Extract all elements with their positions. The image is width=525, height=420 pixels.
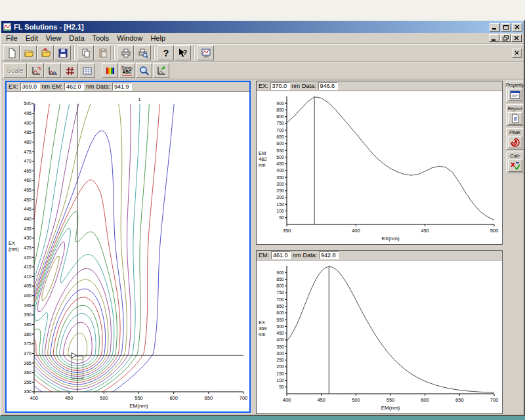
window-title: FL Solutions - [H2.1] bbox=[14, 23, 488, 31]
svg-text:430: 430 bbox=[24, 236, 32, 240]
menu-data[interactable]: Data bbox=[65, 33, 88, 43]
property-icon bbox=[510, 91, 520, 100]
menu-help[interactable]: Help bbox=[146, 33, 169, 43]
svg-text:1: 1 bbox=[138, 96, 141, 102]
minimize-button[interactable] bbox=[490, 23, 500, 32]
paste-icon bbox=[98, 48, 108, 58]
ex-unit: nm bbox=[42, 83, 51, 90]
em-spectrum-panel[interactable]: EM: 461.0 nm Data: 942.8 400450500550600… bbox=[256, 250, 503, 414]
contour-plot[interactable]: 4004505005506006507003503553603653703753… bbox=[7, 92, 249, 411]
em-spectrum-plot-area: 4004505005506006507005010015020025030035… bbox=[257, 261, 502, 413]
side-toolbar-close-button[interactable] bbox=[512, 49, 522, 58]
print-icon bbox=[121, 48, 131, 58]
sample-abc-button[interactable]: Samp ABC bbox=[119, 63, 135, 78]
print-button[interactable] bbox=[117, 45, 134, 60]
mdi-restore-button[interactable] bbox=[500, 34, 511, 42]
mdi-close-button[interactable] bbox=[511, 34, 522, 42]
svg-text:EX: EX bbox=[259, 320, 265, 326]
context-help-icon: ? bbox=[178, 48, 188, 58]
svg-text:550: 550 bbox=[135, 395, 143, 401]
zoom-button[interactable] bbox=[136, 63, 152, 78]
menu-tools[interactable]: Tools bbox=[89, 33, 114, 43]
calc-group: Calc bbox=[506, 152, 524, 173]
svg-text:750: 750 bbox=[276, 290, 284, 295]
background-strip bbox=[0, 0, 525, 20]
scale-button[interactable]: Scale bbox=[3, 63, 27, 78]
svg-text:375: 375 bbox=[24, 341, 32, 346]
svg-text:150: 150 bbox=[276, 202, 284, 207]
new-file-button[interactable] bbox=[3, 45, 20, 60]
export-chart-icon bbox=[156, 66, 167, 76]
svg-text:200: 200 bbox=[276, 195, 284, 200]
close-button[interactable] bbox=[512, 23, 522, 32]
axis-scale-button[interactable] bbox=[28, 63, 44, 78]
print-preview-button[interactable] bbox=[135, 45, 151, 60]
menu-edit[interactable]: Edit bbox=[22, 33, 42, 43]
svg-text:EM(nm): EM(nm) bbox=[129, 403, 148, 409]
calc-button[interactable] bbox=[508, 159, 522, 172]
property-button[interactable] bbox=[508, 89, 522, 101]
svg-text:450: 450 bbox=[276, 161, 284, 166]
svg-text:405: 405 bbox=[24, 284, 32, 288]
paste-button[interactable] bbox=[94, 45, 111, 60]
svg-text:?: ? bbox=[182, 49, 186, 56]
title-bar[interactable]: FL Solutions - [H2.1] bbox=[1, 21, 524, 33]
svg-text:650: 650 bbox=[205, 395, 213, 401]
palette-button[interactable] bbox=[102, 63, 118, 78]
svg-text:500: 500 bbox=[276, 155, 284, 159]
em-label: EM: bbox=[259, 252, 269, 259]
svg-text:350: 350 bbox=[276, 175, 284, 180]
svg-text:435: 435 bbox=[24, 226, 32, 231]
save-button[interactable] bbox=[54, 45, 71, 60]
peak-group: Peak bbox=[506, 128, 524, 150]
monitor-button[interactable] bbox=[198, 45, 214, 60]
copy-button[interactable] bbox=[77, 45, 94, 60]
calc-label: Calc bbox=[510, 153, 520, 159]
peak-button[interactable] bbox=[508, 136, 522, 148]
open-button[interactable] bbox=[20, 45, 37, 60]
table-grid-button[interactable] bbox=[79, 63, 95, 78]
save-icon bbox=[58, 48, 68, 58]
ex-spectrum-panel[interactable]: EX: 370.0 nm Data: 946.6 350400450500501… bbox=[256, 81, 503, 245]
contour-panel-header: EX: 369.0 nm EM: 462.0 nm Data: 941.9 bbox=[7, 82, 249, 92]
menu-file[interactable]: File bbox=[2, 33, 22, 43]
svg-text:440: 440 bbox=[24, 217, 32, 221]
toolbar-separator bbox=[154, 46, 155, 60]
hash-grid-button[interactable] bbox=[62, 63, 78, 78]
property-group: Property bbox=[506, 81, 524, 102]
svg-text:750: 750 bbox=[276, 121, 284, 125]
menu-window[interactable]: Window bbox=[113, 33, 146, 43]
toolbar-separator bbox=[114, 46, 115, 60]
svg-text:150: 150 bbox=[276, 371, 284, 376]
maximize-button[interactable] bbox=[501, 23, 511, 32]
ex-spectrum-plot[interactable]: 3504004505005010015020025030035040045050… bbox=[257, 91, 502, 244]
monitor-chart-icon bbox=[201, 48, 211, 58]
open-data-button[interactable] bbox=[37, 45, 54, 60]
abc-label: ABC bbox=[122, 70, 131, 75]
svg-text:550: 550 bbox=[387, 397, 395, 403]
svg-text:EX(nm): EX(nm) bbox=[381, 236, 399, 242]
report-button[interactable] bbox=[508, 112, 522, 125]
svg-text:700: 700 bbox=[490, 397, 499, 403]
trace-tools-button[interactable] bbox=[45, 63, 61, 78]
trace-tools-icon bbox=[48, 66, 58, 76]
desktop: { "window": { "title": "FL Solutions - [… bbox=[0, 0, 525, 420]
graph-toolbar: Scale Samp ABC bbox=[1, 62, 524, 79]
svg-text:100: 100 bbox=[276, 209, 284, 213]
toolbar-separator bbox=[194, 46, 195, 60]
svg-text:600: 600 bbox=[276, 310, 284, 315]
svg-text:50: 50 bbox=[279, 385, 284, 389]
em-value: 462.0 bbox=[64, 83, 84, 91]
help-button[interactable]: ? bbox=[158, 45, 174, 60]
mdi-minimize-button[interactable] bbox=[489, 34, 499, 42]
em-spectrum-plot[interactable]: 4004505005506006507005010015020025030035… bbox=[257, 261, 502, 413]
svg-text:900: 900 bbox=[276, 101, 284, 106]
contour-panel[interactable]: EX: 369.0 nm EM: 462.0 nm Data: 941.9 40… bbox=[5, 81, 251, 413]
svg-text:EM(nm): EM(nm) bbox=[381, 405, 400, 411]
new-file-icon bbox=[7, 48, 17, 58]
menu-view[interactable]: View bbox=[42, 33, 66, 43]
context-help-button[interactable]: ? bbox=[175, 45, 191, 60]
data-value: 946.6 bbox=[318, 82, 338, 90]
export-chart-button[interactable] bbox=[153, 63, 169, 78]
svg-text:500: 500 bbox=[490, 228, 499, 234]
